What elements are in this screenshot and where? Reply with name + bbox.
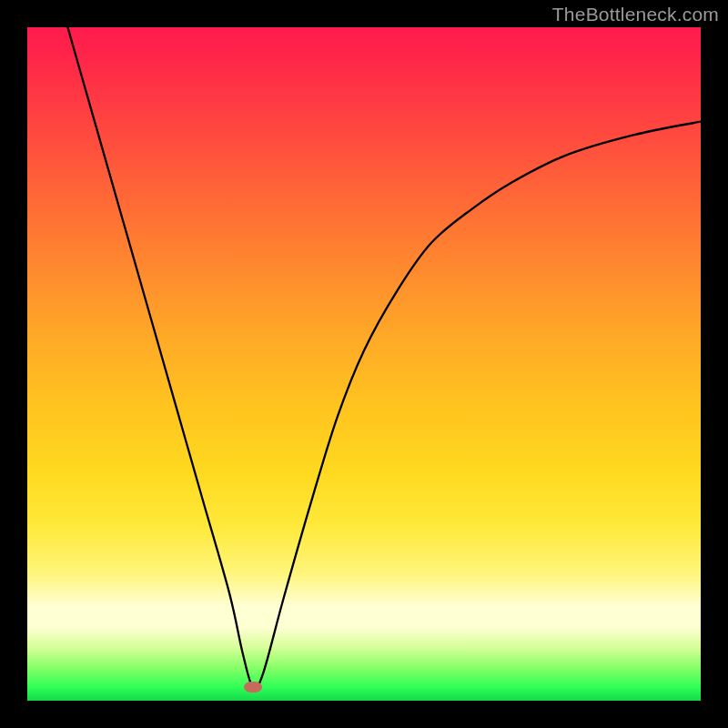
curve-svg	[27, 27, 701, 701]
bottleneck-curve	[67, 27, 701, 689]
plot-area	[27, 27, 701, 701]
chart-frame: TheBottleneck.com	[0, 0, 728, 728]
watermark-text: TheBottleneck.com	[552, 4, 719, 25]
minimum-marker	[244, 682, 262, 693]
